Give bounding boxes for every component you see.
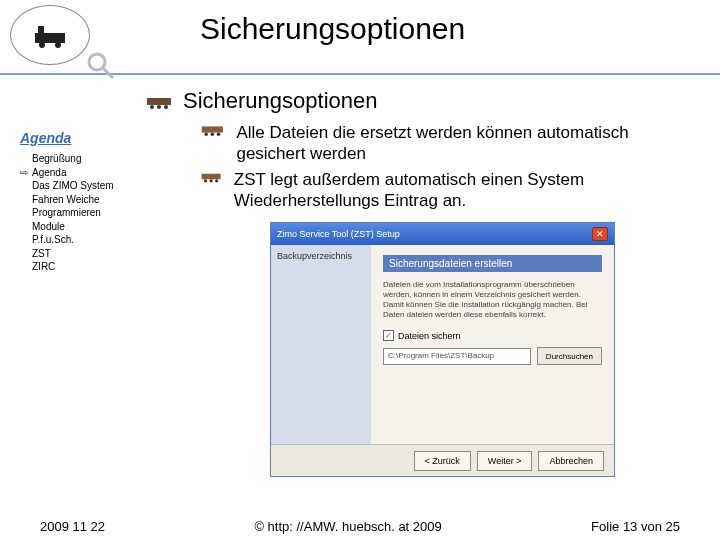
window-side-panel: Backupverzeichnis: [271, 245, 371, 444]
page-title: Sicherungsoptionen: [200, 12, 465, 46]
agenda-item-label: Begrüßung: [32, 152, 81, 166]
svg-point-17: [215, 179, 218, 182]
svg-rect-0: [35, 33, 65, 43]
agenda-item-label: ZIRC: [32, 260, 55, 274]
agenda-item: Begrüßung: [20, 152, 140, 166]
close-button[interactable]: ✕: [592, 227, 608, 241]
cancel-button[interactable]: Abbrechen: [538, 451, 604, 471]
agenda-item-label: Fahren Weiche: [32, 193, 100, 207]
side-heading: Backupverzeichnis: [277, 251, 365, 261]
train-bullet-icon: [200, 169, 224, 184]
footer-copyright: © http: //AMW. huebsch. at 2009: [254, 519, 441, 534]
agenda-item-label: ZST: [32, 247, 51, 261]
svg-rect-6: [147, 98, 171, 105]
svg-point-2: [55, 42, 61, 48]
bullet-item: ZST legt außerdem automatisch einen Syst…: [200, 169, 700, 212]
svg-rect-3: [38, 26, 44, 34]
train-bullet-icon: [200, 122, 226, 137]
agenda-current-arrow-icon: ⇨: [20, 166, 32, 180]
section-title: Sicherungsdateien erstellen: [383, 255, 602, 272]
agenda-item: P.f.u.Sch.: [20, 233, 140, 247]
svg-rect-14: [202, 173, 221, 179]
window-title: Zimo Service Tool (ZST) Setup: [277, 229, 400, 239]
bullet-list: Alle Dateien die ersetzt werden können a…: [200, 122, 700, 211]
header: Sicherungsoptionen: [0, 0, 720, 75]
window-titlebar: Zimo Service Tool (ZST) Setup ✕: [271, 223, 614, 245]
back-button[interactable]: < Zurück: [414, 451, 471, 471]
checkbox-row: ✓ Dateien sichern: [383, 330, 602, 341]
footer: 2009 11 22 © http: //AMW. huebsch. at 20…: [0, 519, 720, 534]
backup-path-input[interactable]: C:\Program Files\ZST\Backup: [383, 348, 531, 365]
agenda-item-label: P.f.u.Sch.: [32, 233, 74, 247]
svg-point-15: [204, 179, 207, 182]
footer-page: Folie 13 von 25: [591, 519, 680, 534]
backup-checkbox[interactable]: ✓: [383, 330, 394, 341]
agenda-item-label: Das ZIMO System: [32, 179, 114, 193]
svg-point-11: [204, 133, 208, 137]
bullet-text: Alle Dateien die ersetzt werden können a…: [236, 122, 700, 165]
train-bullet-icon: [145, 94, 175, 109]
agenda-item: ZIRC: [20, 260, 140, 274]
installer-window: Zimo Service Tool (ZST) Setup ✕ Backupve…: [270, 222, 615, 477]
svg-point-9: [164, 105, 168, 109]
bullet-item: Alle Dateien die ersetzt werden können a…: [200, 122, 700, 165]
sidebar: Agenda Begrüßung ⇨Agenda Das ZIMO System…: [20, 130, 140, 274]
svg-point-7: [150, 105, 154, 109]
logo: [10, 5, 95, 70]
agenda-item: Module: [20, 220, 140, 234]
agenda-item-label: Agenda: [32, 166, 66, 180]
agenda-item-label: Programmieren: [32, 206, 101, 220]
logo-circle: [10, 5, 90, 65]
sub-header: Sicherungsoptionen: [145, 88, 700, 114]
agenda-item-label: Module: [32, 220, 65, 234]
next-button[interactable]: Weiter >: [477, 451, 533, 471]
agenda-item: Fahren Weiche: [20, 193, 140, 207]
browse-button[interactable]: Durchsuchen: [537, 347, 602, 365]
checkbox-label: Dateien sichern: [398, 331, 461, 341]
sub-title: Sicherungsoptionen: [183, 88, 377, 114]
agenda-item: ZST: [20, 247, 140, 261]
window-body: Backupverzeichnis Sicherungsdateien erst…: [271, 245, 614, 444]
window-main-panel: Sicherungsdateien erstellen Dateien die …: [371, 245, 614, 444]
svg-point-13: [217, 133, 221, 137]
train-logo-icon: [30, 23, 70, 48]
svg-rect-10: [202, 126, 223, 132]
footer-date: 2009 11 22: [40, 519, 105, 534]
agenda-heading: Agenda: [20, 130, 140, 146]
bullet-text: ZST legt außerdem automatisch einen Syst…: [234, 169, 700, 212]
window-button-bar: < Zurück Weiter > Abbrechen: [271, 444, 614, 476]
path-row: C:\Program Files\ZST\Backup Durchsuchen: [383, 347, 602, 365]
svg-point-8: [157, 105, 161, 109]
svg-point-4: [89, 54, 105, 70]
svg-point-1: [39, 42, 45, 48]
svg-point-16: [210, 179, 213, 182]
svg-point-12: [211, 133, 215, 137]
section-description: Dateien die vom Installationsprogramm üb…: [383, 280, 593, 320]
agenda-item: ⇨Agenda: [20, 166, 140, 180]
agenda-list: Begrüßung ⇨Agenda Das ZIMO System Fahren…: [20, 152, 140, 274]
agenda-item: Programmieren: [20, 206, 140, 220]
agenda-item: Das ZIMO System: [20, 179, 140, 193]
